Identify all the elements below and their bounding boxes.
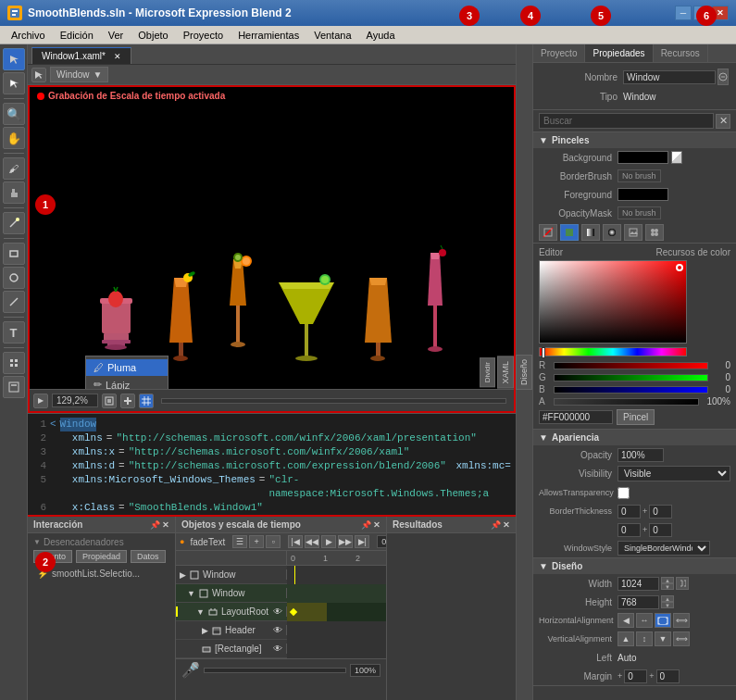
- width-down[interactable]: ▼: [661, 583, 674, 590]
- datos-button[interactable]: Datos: [131, 550, 166, 563]
- record-btn[interactable]: 🎤: [181, 661, 200, 679]
- hex-input[interactable]: [539, 410, 613, 424]
- valign-stretch[interactable]: ⟺: [673, 631, 690, 646]
- select-tool[interactable]: [3, 48, 25, 70]
- tl-btn-add[interactable]: ▫: [266, 535, 281, 548]
- text-tool[interactable]: T: [3, 321, 25, 344]
- hue-slider[interactable]: [539, 347, 687, 356]
- propiedad-button[interactable]: Propiedad: [76, 550, 127, 563]
- eye-icon-rect[interactable]: 👁: [273, 644, 282, 654]
- component-tool[interactable]: [3, 376, 25, 398]
- properties-search[interactable]: [539, 113, 714, 129]
- trigger-item[interactable]: ⚡ smoothList.Selectio...: [33, 567, 169, 581]
- valign-top[interactable]: ▲: [617, 631, 634, 646]
- color-gradient-picker[interactable]: [539, 260, 687, 344]
- width-up[interactable]: ▲: [661, 577, 674, 583]
- valign-bottom[interactable]: ▼: [655, 631, 671, 646]
- tl-btn-end[interactable]: ▶|: [355, 535, 369, 548]
- tl-btn-menu[interactable]: ☰: [232, 535, 247, 548]
- menu-proyecto[interactable]: Proyecto: [176, 28, 231, 43]
- bt-val1[interactable]: [617, 505, 641, 519]
- bt-val2[interactable]: [649, 505, 672, 519]
- paint-bucket-tool[interactable]: [3, 181, 25, 204]
- menu-archivo[interactable]: Archivo: [4, 28, 53, 43]
- linear-brush-icon[interactable]: [581, 224, 600, 241]
- no-brush-icon[interactable]: [539, 224, 557, 241]
- window-dropdown[interactable]: Window ▼: [50, 67, 108, 82]
- background-swatch[interactable]: [617, 151, 668, 164]
- tl-btn-start[interactable]: |◀: [288, 535, 303, 548]
- ellipse-tool[interactable]: [3, 267, 25, 289]
- borderbrush-value[interactable]: No brush: [617, 169, 661, 182]
- results-pin[interactable]: 📌: [491, 520, 501, 530]
- tab-close-icon[interactable]: ✕: [114, 52, 121, 61]
- timeline-scrollbar[interactable]: [204, 668, 346, 673]
- bt-val3[interactable]: [617, 523, 641, 537]
- search-close[interactable]: ✕: [716, 114, 730, 129]
- pen-option[interactable]: 🖊 Pluma: [86, 359, 168, 376]
- image-brush-icon[interactable]: [624, 224, 642, 241]
- r-slider[interactable]: [554, 362, 708, 369]
- menu-ver[interactable]: Ver: [101, 28, 131, 43]
- timeline-pin[interactable]: 📌: [361, 520, 371, 530]
- menu-objeto[interactable]: Objeto: [131, 28, 175, 43]
- opacity-input[interactable]: [617, 448, 664, 462]
- apariencia-header[interactable]: ▼ Apariencia: [533, 430, 736, 445]
- g-slider[interactable]: [554, 374, 708, 381]
- menu-herramientas[interactable]: Herramientas: [231, 28, 306, 43]
- height-input[interactable]: [617, 595, 659, 609]
- pencil-option[interactable]: ✏ Lápiz: [86, 376, 168, 389]
- halign-center[interactable]: ↔: [636, 613, 653, 628]
- interaccion-pin[interactable]: 📌: [150, 520, 160, 530]
- expand-btn[interactable]: ▶: [33, 394, 48, 408]
- a-slider[interactable]: [554, 398, 699, 406]
- tab-recursos[interactable]: Recursos: [654, 44, 708, 62]
- grid-tool[interactable]: [3, 352, 25, 374]
- interaccion-close[interactable]: ✕: [162, 520, 169, 530]
- rectangle-tool[interactable]: [3, 243, 25, 265]
- xaml-tab[interactable]: XAML: [497, 356, 514, 389]
- window-style-dropdown[interactable]: SingleBorderWindow None ToolWindow: [617, 541, 710, 556]
- eye-icon[interactable]: 👁: [273, 606, 282, 617]
- tab-propiedades[interactable]: Propiedades: [585, 44, 653, 62]
- nombre-input[interactable]: [623, 70, 716, 84]
- diseno-header[interactable]: ▼ Diseño: [533, 558, 736, 574]
- results-close[interactable]: ✕: [503, 520, 510, 530]
- grid-toggle-btn[interactable]: [139, 394, 154, 408]
- visibility-dropdown[interactable]: Visible Hidden Collapsed: [617, 466, 730, 481]
- timeline-close[interactable]: ✕: [373, 520, 380, 530]
- height-down[interactable]: ▼: [661, 602, 674, 608]
- tl-btn-plus[interactable]: +: [249, 535, 264, 548]
- menu-ventana[interactable]: Ventana: [306, 28, 358, 43]
- snap-btn[interactable]: [120, 394, 135, 408]
- minimize-button[interactable]: ─: [675, 6, 692, 20]
- direct-select-tool[interactable]: [3, 72, 25, 94]
- radial-brush-icon[interactable]: [603, 224, 621, 241]
- eye-icon-header[interactable]: 👁: [273, 625, 282, 635]
- name-link-btn[interactable]: [717, 69, 729, 85]
- line-tool[interactable]: [3, 291, 25, 313]
- width-link[interactable]: [676, 577, 689, 590]
- h-scrollbar[interactable]: [161, 398, 506, 404]
- b-slider[interactable]: [554, 386, 708, 394]
- pinceles-header[interactable]: ▼ Pinceles: [533, 132, 736, 148]
- tl-btn-prev[interactable]: ◀◀: [305, 535, 319, 548]
- custom-brush-icon[interactable]: [645, 224, 664, 241]
- margin-input2[interactable]: [656, 669, 680, 683]
- tl-btn-play[interactable]: ▶: [321, 535, 336, 548]
- halign-right[interactable]: [655, 613, 671, 628]
- pincel-button[interactable]: Pincel: [617, 409, 655, 425]
- pan-tool[interactable]: ✋: [3, 127, 25, 149]
- zoom-tool[interactable]: 🔍: [3, 103, 25, 125]
- menu-ayuda[interactable]: Ayuda: [359, 28, 403, 43]
- halign-left[interactable]: ◀: [617, 613, 634, 628]
- solid-brush-icon[interactable]: [560, 224, 579, 241]
- bt-val4[interactable]: [649, 523, 672, 537]
- margin-input1[interactable]: [624, 669, 647, 683]
- brush-tool[interactable]: 🖌: [3, 157, 25, 180]
- tl-btn-next[interactable]: ▶▶: [338, 535, 353, 548]
- xaml-editor[interactable]: 1 < Window 2 xmlns = "http://schemas.mic…: [28, 413, 516, 515]
- width-input[interactable]: [617, 577, 659, 591]
- height-up[interactable]: ▲: [661, 595, 674, 602]
- allows-transparency-check[interactable]: [617, 487, 630, 499]
